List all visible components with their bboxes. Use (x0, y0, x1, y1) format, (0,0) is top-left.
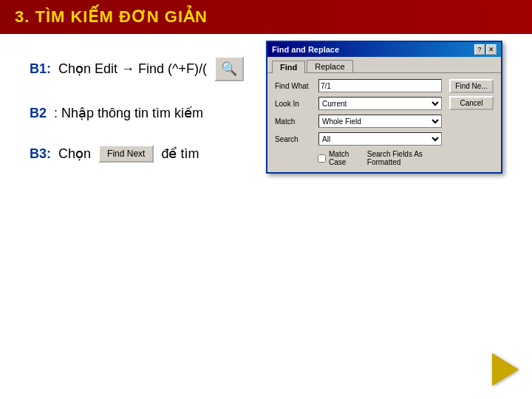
checkbox-row: Match Case Search Fields As Formatted (318, 150, 442, 166)
dialog-title: Find and Replace (272, 45, 339, 54)
match-row: Match Whole Field (275, 115, 442, 128)
dialog-titlebar-buttons: ? ✕ (474, 44, 497, 55)
dialog-box: Find and Replace ? ✕ Find Replace Find W… (266, 41, 502, 174)
search-row: Search All (275, 132, 442, 146)
dialog-find-next-button[interactable]: Find Ne... (449, 79, 494, 93)
step1-label: B1: (30, 61, 51, 77)
dialog-close-button[interactable]: ✕ (486, 44, 497, 55)
look-in-row: Look In Current (275, 97, 442, 110)
find-next-button[interactable]: Find Next (98, 145, 154, 163)
find-what-label: Find What (275, 82, 316, 90)
step1-text: Chọn Edit → Find (^+F)/( (58, 61, 207, 77)
dialog-action-buttons: Find Ne... Cancel (449, 79, 494, 166)
look-in-select[interactable]: Current (318, 97, 442, 110)
find-replace-dialog: Find and Replace ? ✕ Find Replace Find W… (266, 41, 502, 174)
search-label: Search (275, 135, 316, 143)
find-what-row: Find What (275, 79, 442, 92)
step2-text: : Nhập thông tin tìm kiếm (54, 105, 203, 121)
dialog-body: Find What Look In Current Match (267, 73, 501, 172)
step3-label: B3: (30, 146, 51, 162)
dialog-help-button[interactable]: ? (474, 44, 485, 55)
match-case-checkbox[interactable] (318, 154, 326, 163)
search-select[interactable]: All (318, 132, 442, 146)
header-bar: 3. TÌM KIẾM ĐƠN GIẢN (0, 0, 532, 34)
step3-text-after: để tìm (161, 146, 199, 162)
search-fields-label: Search Fields As Formatted (367, 150, 442, 166)
look-in-label: Look In (275, 100, 316, 108)
find-icon-button[interactable]: 🔍 (214, 56, 244, 81)
next-arrow-button[interactable] (492, 353, 519, 386)
match-select[interactable]: Whole Field (318, 115, 442, 128)
dialog-cancel-button[interactable]: Cancel (449, 96, 494, 110)
match-case-label: Match Case (329, 150, 361, 166)
tab-replace[interactable]: Replace (307, 60, 352, 72)
dialog-titlebar: Find and Replace ? ✕ (267, 42, 501, 57)
step2-label: B2 (30, 106, 47, 121)
page-title: 3. TÌM KIẾM ĐƠN GIẢN (15, 7, 208, 27)
tab-find[interactable]: Find (272, 61, 305, 73)
match-label: Match (275, 117, 316, 126)
find-what-input[interactable] (318, 79, 442, 92)
step3-text-before: Chọn (58, 146, 91, 162)
dialog-tabs: Find Replace (267, 57, 501, 73)
